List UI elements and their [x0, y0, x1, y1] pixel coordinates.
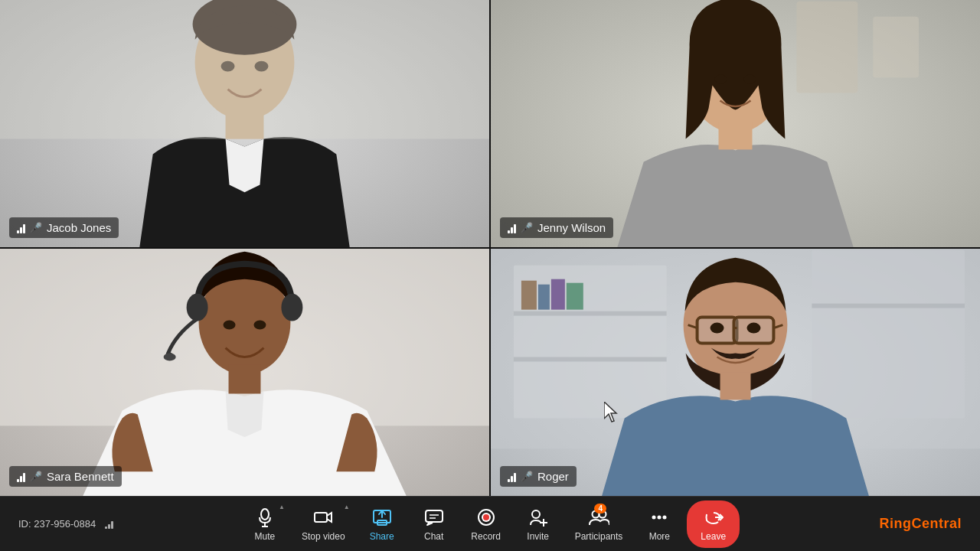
signal-icon-toolbar	[105, 520, 113, 529]
participant-name-jenny: Jenny Wilson	[537, 221, 606, 234]
signal-icon-sara	[17, 471, 25, 482]
svg-point-55	[483, 514, 489, 520]
signal-icon-roger	[508, 471, 516, 482]
svg-point-19	[281, 294, 302, 321]
meeting-id: ID: 237-956-0884	[18, 518, 96, 530]
svg-point-20	[164, 354, 176, 361]
svg-rect-9	[796, 2, 858, 93]
svg-rect-50	[426, 510, 443, 522]
invite-label: Invite	[527, 531, 549, 542]
svg-point-62	[658, 515, 662, 519]
invite-button[interactable]: Invite	[514, 502, 563, 546]
share-icon	[371, 507, 393, 528]
svg-rect-36	[720, 373, 751, 400]
svg-point-56	[532, 510, 540, 518]
video-cell-roger: 🎤 Roger	[491, 249, 980, 496]
record-button[interactable]: Record	[462, 502, 511, 546]
participant-label-jacob: 🎤 Jacob Jones	[9, 217, 119, 238]
svg-point-44	[261, 509, 269, 520]
stop-video-button[interactable]: ▲ Stop video	[292, 502, 354, 546]
chat-button[interactable]: Chat	[410, 502, 459, 546]
more-icon	[648, 507, 670, 528]
svg-point-13	[715, 75, 727, 84]
mic-icon-sara: 🎤	[30, 471, 42, 482]
svg-point-18	[187, 294, 208, 321]
leave-label: Leave	[701, 531, 726, 542]
svg-point-22	[224, 321, 236, 330]
stop-video-icon	[312, 507, 334, 528]
invite-icon	[528, 507, 549, 528]
participant-name-roger: Roger	[537, 470, 569, 483]
svg-point-43	[746, 323, 760, 334]
chat-label: Chat	[424, 531, 443, 542]
svg-rect-12	[719, 122, 753, 150]
video-cell-sara: 🎤 Sara Bennett	[0, 249, 489, 496]
share-label: Share	[370, 531, 394, 542]
toolbar-center: ▲ Mute ▲ Stop video S	[240, 500, 740, 548]
participant-name-sara: Sara Bennett	[47, 470, 114, 483]
video-cell-jenny: 🎤 Jenny Wilson	[491, 0, 980, 247]
svg-point-23	[253, 321, 266, 330]
svg-rect-33	[551, 279, 565, 310]
mic-icon-roger: 🎤	[521, 471, 533, 482]
participants-icon-wrap: 4	[588, 507, 609, 528]
participant-label-jenny: 🎤 Jenny Wilson	[500, 217, 613, 238]
svg-rect-30	[812, 304, 965, 308]
mute-icon	[254, 507, 276, 528]
toolbar: ID: 237-956-0884 ▲ Mute ▲	[0, 496, 980, 551]
leave-icon	[703, 507, 724, 528]
participant-count-badge: 4	[594, 504, 606, 514]
svg-rect-7	[0, 0, 489, 139]
svg-rect-31	[521, 281, 537, 310]
signal-icon-jacob	[17, 223, 25, 233]
mic-icon-jacob: 🎤	[30, 222, 42, 233]
participants-label: Participants	[575, 531, 623, 542]
svg-rect-27	[812, 250, 965, 419]
svg-rect-28	[514, 311, 667, 316]
mute-caret: ▲	[279, 504, 285, 510]
svg-point-42	[710, 323, 724, 334]
participant-label-sara: 🎤 Sara Bennett	[9, 466, 122, 487]
chat-icon	[423, 507, 445, 528]
mute-button[interactable]: ▲ Mute	[240, 502, 289, 546]
signal-icon-jenny	[508, 223, 516, 233]
record-icon	[475, 507, 497, 528]
mic-icon-jenny: 🎤	[521, 222, 533, 233]
video-grid: 🎤 Jacob Jones	[0, 0, 980, 496]
svg-rect-34	[567, 283, 583, 310]
participant-label-roger: 🎤 Roger	[500, 466, 577, 487]
stop-video-label: Stop video	[302, 531, 345, 542]
more-label: More	[649, 531, 670, 542]
participants-button[interactable]: 4 Participants	[566, 502, 632, 546]
video-cell-jacob: 🎤 Jacob Jones	[0, 0, 489, 247]
svg-point-63	[663, 515, 667, 519]
brand-ring: Ring	[879, 516, 911, 531]
svg-rect-47	[315, 513, 327, 522]
participant-name-jacob: Jacob Jones	[47, 221, 111, 234]
svg-point-61	[652, 515, 656, 519]
brand-logo: RingCentral	[879, 516, 962, 532]
stop-video-caret: ▲	[344, 504, 350, 510]
mute-label: Mute	[255, 531, 276, 542]
toolbar-left: ID: 237-956-0884	[18, 518, 172, 530]
brand-central: Central	[911, 516, 962, 531]
more-button[interactable]: More	[635, 502, 684, 546]
svg-rect-21	[229, 365, 261, 394]
svg-point-14	[743, 75, 756, 84]
leave-button[interactable]: Leave	[687, 500, 740, 548]
record-label: Record	[471, 531, 501, 542]
svg-rect-29	[514, 357, 667, 362]
svg-rect-10	[873, 17, 919, 78]
toolbar-right: RingCentral	[808, 516, 962, 532]
share-button[interactable]: Share	[358, 502, 407, 546]
svg-rect-32	[538, 285, 550, 310]
